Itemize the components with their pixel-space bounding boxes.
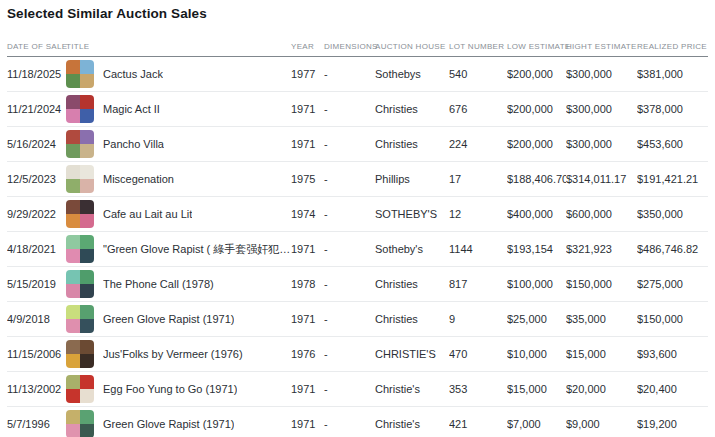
hight-estimate-cell: $300,000 — [566, 68, 637, 80]
table-row[interactable]: 4/18/2021 "Green Glove Rapist ( 綠手套强奸犯)"… — [7, 232, 708, 267]
dimensions-cell: - — [324, 208, 375, 220]
auction-house-cell: Christies — [375, 313, 449, 325]
lot-number-cell: 540 — [449, 68, 507, 80]
date-of-sale-cell: 11/18/2025 — [7, 68, 66, 80]
low-estimate-cell: $188,406.70 — [507, 173, 566, 185]
dimensions-cell: - — [324, 313, 375, 325]
dimensions-cell: - — [324, 68, 375, 80]
artwork-title: Green Glove Rapist (1971) — [103, 313, 234, 325]
auction-house-cell: Christie's — [375, 383, 449, 395]
hight-estimate-cell: $9,000 — [566, 418, 637, 430]
table-row[interactable]: 11/15/2006 Jus'Folks by Vermeer (1976) 1… — [7, 337, 708, 372]
table-row[interactable]: 11/21/2024 Magic Act II 1971 - Christies… — [7, 92, 708, 127]
artwork-thumbnail — [66, 340, 94, 368]
title-cell: Cactus Jack — [66, 60, 291, 88]
title-cell: Cafe au Lait au Lit — [66, 200, 291, 228]
artwork-title: Green Glove Rapist (1971) — [103, 418, 234, 430]
column-header-hight-estimate: HIGHT ESTIMATE — [566, 42, 637, 51]
low-estimate-cell: $10,000 — [507, 348, 566, 360]
hight-estimate-cell: $600,000 — [566, 208, 637, 220]
title-cell: Green Glove Rapist (1971) — [66, 305, 291, 333]
year-cell: 1975 — [291, 173, 324, 185]
year-cell: 1976 — [291, 348, 324, 360]
table-row[interactable]: 11/13/2002 Egg Foo Yung to Go (1971) 197… — [7, 372, 708, 407]
artwork-thumbnail — [66, 410, 94, 437]
dimensions-cell: - — [324, 348, 375, 360]
lot-number-cell: 421 — [449, 418, 507, 430]
table-row[interactable]: 5/16/2024 Pancho Villa 1971 - Christies … — [7, 127, 708, 162]
artwork-thumbnail — [66, 130, 94, 158]
auction-house-cell: Sotheby's — [375, 243, 449, 255]
column-header-title: TITLE — [66, 42, 291, 51]
artwork-title: Pancho Villa — [103, 138, 164, 150]
hight-estimate-cell: $35,000 — [566, 313, 637, 325]
date-of-sale-cell: 9/29/2022 — [7, 208, 66, 220]
column-header-year: YEAR — [291, 42, 324, 51]
table-row[interactable]: 12/5/2023 Miscegenation 1975 - Phillips … — [7, 162, 708, 197]
hight-estimate-cell: $150,000 — [566, 278, 637, 290]
lot-number-cell: 9 — [449, 313, 507, 325]
dimensions-cell: - — [324, 138, 375, 150]
dimensions-cell: - — [324, 383, 375, 395]
table-row[interactable]: 4/9/2018 Green Glove Rapist (1971) 1971 … — [7, 302, 708, 337]
artwork-thumbnail — [66, 200, 94, 228]
auction-house-cell: Christies — [375, 103, 449, 115]
year-cell: 1971 — [291, 418, 324, 430]
artwork-title: "Green Glove Rapist ( 綠手套强奸犯)" (1971) — [103, 242, 291, 257]
date-of-sale-cell: 5/15/2019 — [7, 278, 66, 290]
lot-number-cell: 224 — [449, 138, 507, 150]
artwork-title: Jus'Folks by Vermeer (1976) — [103, 348, 243, 360]
hight-estimate-cell: $20,000 — [566, 383, 637, 395]
realized-price-cell: $486,746.82 — [637, 243, 708, 255]
hight-estimate-cell: $300,000 — [566, 138, 637, 150]
dimensions-cell: - — [324, 103, 375, 115]
year-cell: 1971 — [291, 383, 324, 395]
title-cell: Magic Act II — [66, 95, 291, 123]
date-of-sale-cell: 4/18/2021 — [7, 243, 66, 255]
table-row[interactable]: 5/7/1996 Green Glove Rapist (1971) 1971 … — [7, 407, 708, 437]
artwork-title: The Phone Call (1978) — [103, 278, 214, 290]
lot-number-cell: 353 — [449, 383, 507, 395]
artwork-thumbnail — [66, 235, 94, 263]
dimensions-cell: - — [324, 278, 375, 290]
low-estimate-cell: $200,000 — [507, 103, 566, 115]
low-estimate-cell: $100,000 — [507, 278, 566, 290]
year-cell: 1974 — [291, 208, 324, 220]
low-estimate-cell: $400,000 — [507, 208, 566, 220]
artwork-thumbnail — [66, 375, 94, 403]
lot-number-cell: 1144 — [449, 243, 507, 255]
table-row[interactable]: 9/29/2022 Cafe au Lait au Lit 1974 - SOT… — [7, 197, 708, 232]
realized-price-cell: $453,600 — [637, 138, 708, 150]
dimensions-cell: - — [324, 173, 375, 185]
auction-sales-page: Selected Similar Auction Sales DATE OF S… — [0, 0, 715, 437]
column-header-auction-house: AUCTION HOUSE — [375, 42, 449, 51]
realized-price-cell: $381,000 — [637, 68, 708, 80]
dimensions-cell: - — [324, 418, 375, 430]
hight-estimate-cell: $15,000 — [566, 348, 637, 360]
low-estimate-cell: $25,000 — [507, 313, 566, 325]
table-row[interactable]: 5/15/2019 The Phone Call (1978) 1978 - C… — [7, 267, 708, 302]
lot-number-cell: 470 — [449, 348, 507, 360]
auction-house-cell: Phillips — [375, 173, 449, 185]
realized-price-cell: $275,000 — [637, 278, 708, 290]
table-body: 11/18/2025 Cactus Jack 1977 - Sothebys 5… — [7, 57, 708, 437]
artwork-title: Egg Foo Yung to Go (1971) — [103, 383, 237, 395]
artwork-thumbnail — [66, 95, 94, 123]
low-estimate-cell: $15,000 — [507, 383, 566, 395]
title-cell: The Phone Call (1978) — [66, 270, 291, 298]
hight-estimate-cell: $321,923 — [566, 243, 637, 255]
column-header-dimensions: DIMENSIONS — [324, 42, 375, 51]
title-cell: Miscegenation — [66, 165, 291, 193]
hight-estimate-cell: $314,011.17 — [566, 173, 637, 185]
realized-price-cell: $378,000 — [637, 103, 708, 115]
artwork-thumbnail — [66, 60, 94, 88]
year-cell: 1978 — [291, 278, 324, 290]
table-row[interactable]: 11/18/2025 Cactus Jack 1977 - Sothebys 5… — [7, 57, 708, 92]
column-header-lot-number: LOT NUMBER — [449, 42, 507, 51]
low-estimate-cell: $193,154 — [507, 243, 566, 255]
low-estimate-cell: $200,000 — [507, 138, 566, 150]
year-cell: 1971 — [291, 313, 324, 325]
auction-house-cell: CHRISTIE'S — [375, 348, 449, 360]
year-cell: 1971 — [291, 138, 324, 150]
year-cell: 1977 — [291, 68, 324, 80]
